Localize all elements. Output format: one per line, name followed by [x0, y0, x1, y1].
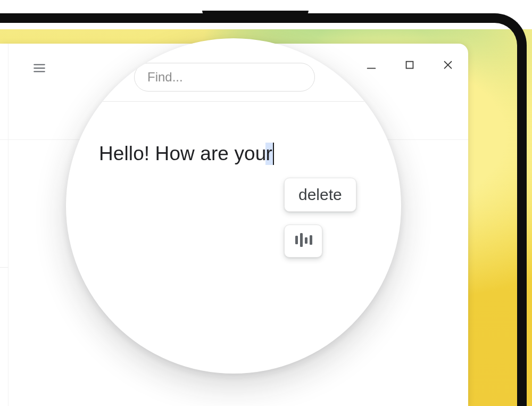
minimize-button[interactable] — [364, 59, 379, 73]
camera-notch — [202, 11, 309, 16]
svg-rect-7 — [295, 236, 298, 244]
close-button[interactable] — [440, 59, 455, 73]
editor-text-before: Hello! How are you — [99, 143, 266, 165]
find-field[interactable] — [134, 63, 315, 92]
dictation-button[interactable] — [284, 225, 322, 258]
menu-icon — [32, 61, 46, 77]
delete-suggestion-chip[interactable]: delete — [284, 178, 356, 212]
svg-rect-9 — [305, 237, 307, 244]
svg-rect-10 — [310, 235, 312, 245]
window-controls — [364, 59, 455, 73]
close-icon — [442, 59, 454, 73]
maximize-button[interactable] — [402, 59, 417, 73]
svg-rect-4 — [406, 62, 413, 69]
delete-label: delete — [298, 186, 342, 204]
maximize-icon — [404, 59, 415, 73]
find-input[interactable] — [147, 70, 302, 85]
menu-button[interactable] — [31, 61, 48, 78]
editor-text[interactable]: Hello! How are your — [99, 143, 274, 165]
rail-tick — [0, 267, 8, 268]
left-rail — [8, 44, 9, 406]
magnifier-lens: Hello! How are your delete — [66, 38, 401, 374]
svg-rect-8 — [300, 233, 303, 247]
toolbar-divider — [66, 101, 401, 102]
dictate-icon — [294, 232, 312, 250]
editor-selected-char: r — [265, 143, 273, 165]
minimize-icon — [365, 59, 377, 73]
